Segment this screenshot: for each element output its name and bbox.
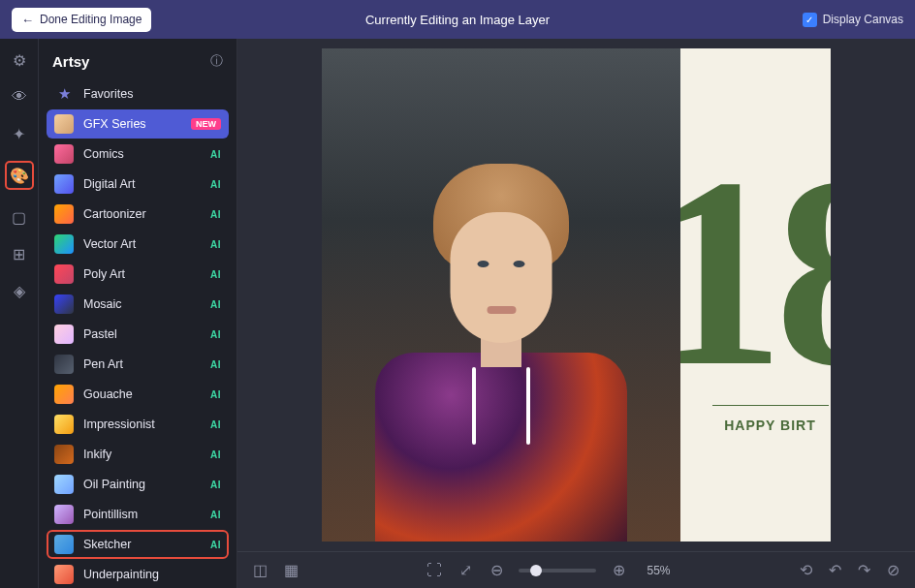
category-item-inkify[interactable]: InkifyAI: [47, 440, 229, 469]
category-item-mosaic[interactable]: MosaicAI: [47, 290, 229, 319]
compare-icon[interactable]: ⟲: [797, 562, 814, 579]
category-label: Favorites: [83, 87, 221, 101]
ai-badge: AI: [210, 540, 221, 550]
category-label: Digital Art: [83, 177, 201, 191]
layers-icon[interactable]: ◈: [10, 281, 29, 300]
category-thumb: [54, 415, 74, 434]
design-divider: [712, 405, 829, 407]
category-item-poly-art[interactable]: Poly ArtAI: [47, 260, 229, 289]
undo-icon[interactable]: ↶: [826, 562, 843, 579]
category-label: Pointillism: [83, 508, 201, 521]
category-item-gfx-series[interactable]: GFX SeriesNEW: [47, 109, 229, 139]
category-item-pointillism[interactable]: PointillismAI: [47, 500, 229, 529]
ai-badge: AI: [210, 329, 221, 340]
arrow-left-icon: ←: [21, 13, 34, 27]
canvas-area: 18 HAPPY BIRT ◫ ▦ ⛶ ⤢ ⊖ ⊕ 55% ⟲ ↶ ↷: [237, 39, 915, 588]
category-label: Oil Painting: [83, 478, 201, 491]
category-label: Pastel: [83, 327, 201, 341]
category-thumb: [54, 234, 74, 254]
zoom-slider[interactable]: [519, 569, 596, 573]
category-item-underpainting[interactable]: Underpainting: [47, 560, 229, 588]
star-icon: ★: [54, 84, 74, 104]
category-item-sketcher[interactable]: SketcherAI: [47, 530, 229, 559]
adjust-icon[interactable]: ⚙: [10, 50, 29, 70]
page-title: Currently Editing an Image Layer: [365, 13, 550, 27]
category-label: Inkify: [83, 448, 201, 461]
category-label: Comics: [83, 147, 201, 161]
category-label: Cartoonizer: [83, 207, 201, 221]
ai-badge: AI: [210, 359, 221, 370]
category-label: Poly Art: [83, 267, 201, 281]
ai-badge: AI: [210, 239, 221, 250]
ai-badge: AI: [210, 389, 221, 400]
info-icon[interactable]: ⓘ: [210, 52, 223, 70]
tool-rail: ⚙👁✦🎨▢⊞◈: [0, 39, 39, 588]
category-item-comics[interactable]: ComicsAI: [47, 139, 229, 169]
sidebar-title: Artsy: [52, 53, 89, 70]
ai-badge: AI: [210, 419, 221, 430]
ai-badge: AI: [210, 209, 221, 220]
category-thumb: [54, 294, 74, 314]
category-thumb: [54, 355, 74, 374]
category-thumb: [54, 535, 74, 554]
text-icon[interactable]: ⊞: [10, 244, 29, 263]
category-thumb: [54, 565, 74, 584]
fit-screen-icon[interactable]: ⤢: [457, 562, 474, 579]
category-label: Vector Art: [83, 237, 201, 251]
display-canvas-label: Display Canvas: [823, 13, 903, 26]
layers-panel-icon[interactable]: ◫: [251, 562, 268, 579]
ai-badge: AI: [210, 179, 221, 190]
category-label: Underpainting: [83, 568, 221, 581]
category-thumb: [54, 325, 74, 344]
display-canvas-toggle[interactable]: ✓ Display Canvas: [803, 13, 903, 27]
grid-icon[interactable]: ▦: [282, 562, 300, 579]
palette-icon[interactable]: 🎨: [5, 161, 34, 190]
category-list: ★FavoritesGFX SeriesNEWComicsAIDigital A…: [39, 79, 237, 588]
category-item-vector-art[interactable]: Vector ArtAI: [47, 230, 229, 259]
category-item-pen-art[interactable]: Pen ArtAI: [47, 350, 229, 379]
canvas-viewport[interactable]: 18 HAPPY BIRT: [237, 39, 915, 551]
category-thumb: [54, 264, 74, 284]
ai-badge: AI: [210, 510, 221, 520]
category-thumb: [54, 475, 74, 494]
sparkle-icon[interactable]: ✦: [10, 124, 29, 143]
ai-badge: AI: [210, 480, 221, 490]
category-label: Pen Art: [83, 357, 201, 371]
checkbox-checked-icon: ✓: [803, 13, 817, 27]
bottom-toolbar: ◫ ▦ ⛶ ⤢ ⊖ ⊕ 55% ⟲ ↶ ↷ ⊘: [237, 551, 915, 588]
redo-icon[interactable]: ↷: [855, 562, 872, 579]
category-item-impressionist[interactable]: ImpressionistAI: [47, 410, 229, 439]
design-layer[interactable]: 18 HAPPY BIRT: [680, 48, 831, 542]
category-label: GFX Series: [83, 117, 181, 131]
category-item-oil-painting[interactable]: Oil PaintingAI: [47, 470, 229, 499]
crop-icon[interactable]: ▢: [10, 207, 29, 227]
category-item-cartoonizer[interactable]: CartoonizerAI: [47, 200, 229, 229]
done-editing-button[interactable]: ← Done Editing Image: [12, 8, 151, 32]
category-item-pastel[interactable]: PastelAI: [47, 320, 229, 349]
category-item-favorites[interactable]: ★Favorites: [47, 79, 229, 108]
category-thumb: [54, 144, 74, 164]
fullscreen-icon[interactable]: ⛶: [426, 562, 443, 579]
new-badge: NEW: [191, 118, 221, 130]
zoom-in-icon[interactable]: ⊕: [610, 562, 627, 579]
reset-icon[interactable]: ⊘: [884, 562, 901, 579]
category-label: Gouache: [83, 387, 201, 401]
sidebar: Artsy ⓘ ★FavoritesGFX SeriesNEWComicsAID…: [39, 39, 237, 588]
design-number: 18: [680, 157, 831, 387]
ai-badge: AI: [210, 149, 221, 160]
zoom-value: 55%: [647, 564, 670, 577]
category-thumb: [54, 114, 74, 134]
zoom-out-icon[interactable]: ⊖: [488, 562, 505, 579]
category-thumb: [54, 445, 74, 464]
category-label: Sketcher: [83, 538, 201, 551]
category-label: Impressionist: [83, 418, 201, 431]
category-thumb: [54, 174, 74, 194]
eye-icon[interactable]: 👁: [10, 87, 29, 107]
design-text: HAPPY BIRT: [724, 418, 816, 433]
category-label: Mosaic: [83, 297, 201, 311]
category-thumb: [54, 385, 74, 404]
category-item-digital-art[interactable]: Digital ArtAI: [47, 170, 229, 199]
done-editing-label: Done Editing Image: [40, 13, 142, 26]
category-item-gouache[interactable]: GouacheAI: [47, 380, 229, 409]
photo-layer[interactable]: [322, 48, 680, 542]
